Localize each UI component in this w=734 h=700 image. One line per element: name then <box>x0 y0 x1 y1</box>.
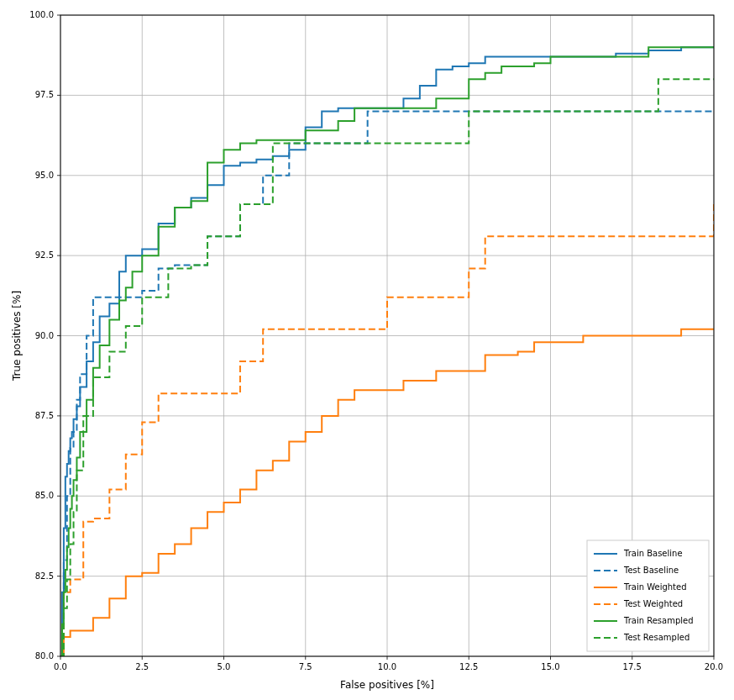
y-tick-label: 100.0 <box>29 10 54 19</box>
x-tick-label: 10.0 <box>378 662 396 671</box>
x-tick-label: 17.5 <box>623 662 642 671</box>
legend-label: Test Resampled <box>623 633 689 642</box>
x-tick-label: 0.0 <box>54 662 67 671</box>
x-tick-label: 20.0 <box>705 662 723 671</box>
roc-chart: 0.02.55.07.510.012.515.017.520.080.082.5… <box>0 0 734 700</box>
y-tick-label: 95.0 <box>35 171 54 180</box>
legend-label: Train Resampled <box>623 616 694 625</box>
legend-label: Test Weighted <box>623 599 683 608</box>
y-axis-label: True positives [%] <box>11 291 23 382</box>
legend-label: Train Baseline <box>623 549 683 558</box>
x-tick-label: 15.0 <box>541 662 559 671</box>
y-tick-label: 82.5 <box>35 571 54 581</box>
x-tick-label: 12.5 <box>459 662 478 671</box>
y-tick-label: 87.5 <box>35 411 54 420</box>
y-tick-label: 97.5 <box>35 90 54 99</box>
y-tick-label: 85.0 <box>35 491 54 500</box>
x-axis-label: False positives [%] <box>340 679 434 691</box>
x-tick-label: 2.5 <box>135 662 149 671</box>
y-tick-label: 80.0 <box>35 651 54 661</box>
y-tick-label: 92.5 <box>35 250 54 260</box>
x-tick-label: 5.0 <box>218 662 231 671</box>
chart-svg: 0.02.55.07.510.012.515.017.520.080.082.5… <box>0 0 734 700</box>
y-tick-label: 90.0 <box>35 331 54 340</box>
legend: Train BaselineTest BaselineTrain Weighte… <box>587 540 709 651</box>
legend-label: Test Baseline <box>623 566 679 575</box>
legend-label: Train Weighted <box>623 582 687 592</box>
x-tick-label: 7.5 <box>299 662 312 671</box>
